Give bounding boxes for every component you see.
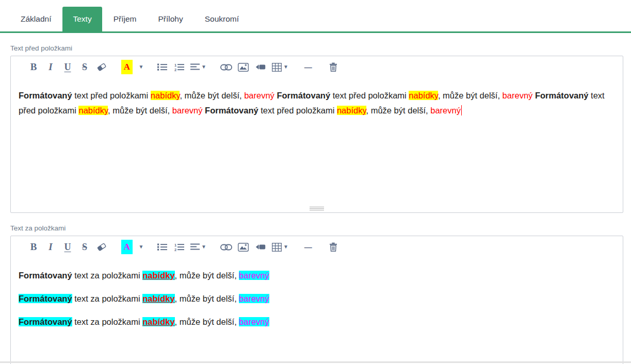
clear-format-button[interactable] xyxy=(96,240,107,254)
video-icon xyxy=(255,63,266,71)
font-color-dropdown[interactable]: ▼ xyxy=(135,60,146,74)
text-run: text za položkami xyxy=(72,317,143,326)
text-run: , může být delší, xyxy=(175,271,239,280)
text-run: barevný xyxy=(430,106,461,115)
text-run: Formátovaný xyxy=(277,91,330,100)
horizontal-rule-button[interactable]: — xyxy=(302,60,314,74)
chevron-down-icon: ▼ xyxy=(283,244,288,250)
align-left-icon xyxy=(190,243,200,251)
text-run: text před položkami xyxy=(330,91,409,100)
text-run: barevný xyxy=(503,91,533,100)
numbered-list-icon: 12 xyxy=(174,63,184,71)
chevron-down-icon: ▼ xyxy=(283,64,288,70)
strikethrough-button[interactable]: S xyxy=(79,60,90,74)
editor-toolbar-before: B I U S A ▼ 12 ▼ ▼ — xyxy=(11,56,623,78)
delete-button[interactable] xyxy=(328,60,339,74)
text-run: barevný xyxy=(239,317,269,326)
text-run: Formátovaný xyxy=(19,91,72,100)
underline-button[interactable]: U xyxy=(62,60,73,74)
table-icon xyxy=(272,63,282,72)
tab-zakladni[interactable]: Základní xyxy=(10,7,61,31)
font-color-dropdown[interactable]: ▼ xyxy=(135,240,146,254)
tab-texty[interactable]: Texty xyxy=(62,7,102,31)
clear-format-button[interactable] xyxy=(96,60,107,74)
editor-resize-handle[interactable] xyxy=(310,207,324,211)
underline-button[interactable]: U xyxy=(62,240,73,254)
trash-icon xyxy=(329,242,337,252)
editor-after-content[interactable]: Formátovaný text za položkami nabídky, m… xyxy=(11,258,623,364)
rich-text-paragraph: Formátovaný text za položkami nabídky, m… xyxy=(19,315,614,329)
field-text-before-items: Text před položkami B I U S A ▼ 12 ▼ ▼ — xyxy=(10,44,623,213)
tab-prijem[interactable]: Příjem xyxy=(103,7,147,31)
video-button[interactable] xyxy=(255,60,266,74)
eraser-icon xyxy=(97,242,106,252)
italic-button[interactable]: I xyxy=(45,60,56,74)
text-run: barevný xyxy=(244,91,274,100)
numbered-list-icon: 12 xyxy=(174,243,184,251)
editor-before-content[interactable]: Formátovaný text před položkami nabídky,… xyxy=(11,78,623,212)
table-icon xyxy=(272,243,282,252)
font-color-button[interactable]: A xyxy=(121,240,133,254)
text-run: nabídky xyxy=(142,317,174,326)
image-button[interactable] xyxy=(238,60,249,74)
alignment-button[interactable]: ▼ xyxy=(190,60,206,74)
image-icon xyxy=(238,243,249,252)
bullet-list-button[interactable] xyxy=(156,60,168,74)
numbered-list-button[interactable]: 12 xyxy=(173,240,185,254)
text-run: , může být delší, xyxy=(175,294,239,303)
text-run: nabídky xyxy=(151,91,180,100)
text-run: nabídky xyxy=(142,294,174,303)
text-run: , může být delší, xyxy=(366,106,431,115)
rich-text-paragraph: Formátovaný text před položkami nabídky,… xyxy=(19,88,614,118)
text-run: nabídky xyxy=(409,91,438,100)
text-run: , může být delší, xyxy=(180,91,244,100)
text-run: text za položkami xyxy=(72,271,143,280)
video-icon xyxy=(255,243,266,251)
image-button[interactable] xyxy=(238,240,249,254)
chevron-down-icon: ▼ xyxy=(201,64,206,70)
bold-button[interactable]: B xyxy=(28,60,39,74)
alignment-button[interactable]: ▼ xyxy=(190,240,206,254)
table-button[interactable]: ▼ xyxy=(272,240,288,254)
font-color-button[interactable]: A xyxy=(121,60,133,74)
text-run: Formátovaný xyxy=(19,271,72,280)
rich-text-editor-after: B I U S A ▼ 12 ▼ ▼ — Formátovaný text za… xyxy=(10,236,623,364)
text-run: , může být delší, xyxy=(438,91,503,100)
field-text-after-items: Text za položkami B I U S A ▼ 12 ▼ ▼ — F… xyxy=(10,224,623,364)
horizontal-rule-button[interactable]: — xyxy=(302,240,314,254)
table-button[interactable]: ▼ xyxy=(272,60,288,74)
tab-soukromi[interactable]: Soukromí xyxy=(195,7,249,31)
image-icon xyxy=(238,63,249,72)
tab-prilohy[interactable]: Přílohy xyxy=(148,7,193,31)
text-run: Formátovaný xyxy=(205,106,258,115)
text-run: nabídky xyxy=(337,106,366,115)
bold-button[interactable]: B xyxy=(28,240,39,254)
align-left-icon xyxy=(190,63,200,71)
link-button[interactable] xyxy=(220,240,232,254)
rich-text-editor-before: B I U S A ▼ 12 ▼ ▼ — Formátovaný text př… xyxy=(10,56,623,213)
delete-button[interactable] xyxy=(328,240,339,254)
text-run: barevný xyxy=(172,106,203,115)
svg-text:1: 1 xyxy=(174,63,176,68)
text-run: text před položkami xyxy=(258,106,337,115)
text-run: Formátovaný xyxy=(19,317,72,326)
text-run: , může být delší, xyxy=(175,317,239,326)
strikethrough-button[interactable]: S xyxy=(79,240,90,254)
numbered-list-button[interactable]: 12 xyxy=(173,60,185,74)
text-run: text před položkami xyxy=(72,91,151,100)
tab-underline xyxy=(0,31,631,33)
svg-text:1: 1 xyxy=(174,243,176,247)
text-run: barevný xyxy=(239,294,269,303)
italic-button[interactable]: I xyxy=(45,240,56,254)
link-icon xyxy=(220,64,232,71)
link-button[interactable] xyxy=(220,60,232,74)
trash-icon xyxy=(329,62,337,72)
bullet-list-button[interactable] xyxy=(156,240,168,254)
video-button[interactable] xyxy=(255,240,266,254)
rich-text-paragraph: Formátovaný text za položkami nabídky, m… xyxy=(19,268,614,283)
svg-text:2: 2 xyxy=(174,247,176,252)
chevron-down-icon: ▼ xyxy=(139,64,144,70)
chevron-down-icon: ▼ xyxy=(201,244,206,250)
rich-text-paragraph: Formátovaný text za položkami nabídky, m… xyxy=(19,291,614,306)
text-run: , může být delší, xyxy=(108,106,172,115)
